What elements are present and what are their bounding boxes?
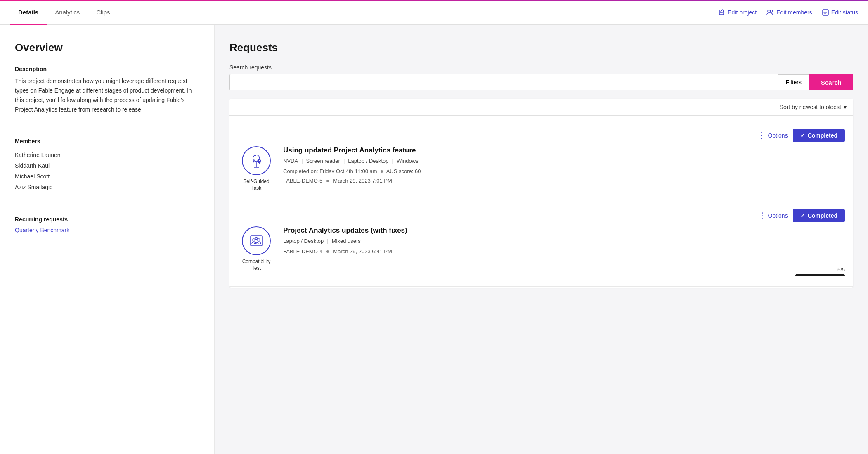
check-icon-1: ✓: [800, 212, 805, 219]
dot-2: [326, 250, 329, 253]
progress-label-1: 5/5: [837, 266, 845, 273]
tab-analytics[interactable]: Analytics: [47, 0, 88, 25]
compatibility-test-icon: [242, 226, 271, 255]
card-details-1: Project Analytics updates (with fixes) L…: [283, 226, 845, 254]
edit-status-button[interactable]: Edit status: [822, 9, 858, 16]
card-footer-0: FABLE-DEMO-5 March 29, 2023 7:01 PM: [283, 178, 845, 184]
progress-bar-1: [795, 274, 845, 276]
search-label: Search requests: [229, 64, 853, 71]
status-badge-1: ✓ Completed: [793, 209, 845, 222]
edit-project-icon: [719, 9, 725, 16]
description-label: Description: [15, 66, 199, 72]
progress-wrapper-1: 5/5: [795, 266, 845, 276]
svg-point-7: [253, 239, 255, 241]
card-tags-1: Laptop / Desktop | Mixed users: [283, 238, 845, 244]
member-3: Aziz Smailagic: [15, 182, 199, 193]
request-card-1: ⋮ Options ✓ Completed: [229, 201, 853, 287]
member-1: Siddarth Kaul: [15, 160, 199, 171]
self-guided-icon: [242, 146, 271, 175]
svg-rect-3: [823, 10, 828, 15]
card-top-row-0: ⋮ Options ✓ Completed: [238, 129, 845, 142]
member-2: Michael Scott: [15, 171, 199, 182]
dots-icon-1: ⋮: [758, 211, 766, 220]
card-meta-0: Completed on: Friday Oct 4th 11:00 am AU…: [283, 168, 845, 174]
edit-members-button[interactable]: Edit members: [766, 9, 812, 16]
svg-point-8: [258, 239, 260, 241]
search-button[interactable]: Search: [809, 74, 853, 90]
divider-1: [15, 126, 199, 126]
card-top-row-1: ⋮ Options ✓ Completed: [238, 209, 845, 222]
card-icon-block-1: CompatibilityTest: [238, 226, 275, 271]
edit-status-icon: [822, 9, 829, 16]
right-panel: Requests Search requests Filters Search …: [215, 25, 868, 454]
cards-container: Sort by newest to oldest ▾ ⋮ Options ✓ C…: [229, 99, 853, 288]
requests-title: Requests: [229, 41, 853, 54]
search-row: Filters Search: [229, 74, 853, 90]
card-title-1: Project Analytics updates (with fixes): [283, 226, 845, 235]
quarterly-benchmark-link[interactable]: Quarterly Benchmark: [15, 227, 69, 233]
dots-icon-0: ⋮: [758, 131, 766, 140]
edit-members-icon: [766, 9, 774, 16]
recurring-label: Recurring requests: [15, 216, 199, 223]
card-icon-block-0: Self-GuidedTask: [238, 146, 275, 191]
card-details-0: Using updated Project Analytics feature …: [283, 146, 845, 184]
svg-point-1: [768, 10, 770, 12]
member-0: Katherine Launen: [15, 150, 199, 160]
search-input-wrapper: Filters: [229, 74, 809, 90]
svg-point-2: [770, 10, 773, 12]
card-footer-1: FABLE-DEMO-4 March 29, 2023 6:41 PM: [283, 248, 845, 254]
options-button-1[interactable]: ⋮ Options: [758, 211, 788, 220]
sort-dropdown[interactable]: Sort by newest to oldest ▾: [780, 104, 847, 110]
svg-point-9: [255, 238, 258, 240]
nav-tabs: Details Analytics Clips: [10, 0, 118, 24]
top-nav: Details Analytics Clips Edit project Edi…: [0, 0, 868, 25]
status-badge-0: ✓ Completed: [793, 129, 845, 142]
progress-fill-1: [795, 274, 845, 276]
icon-label-0: Self-GuidedTask: [243, 178, 269, 191]
dot-1: [326, 180, 329, 182]
card-content-1: CompatibilityTest Project Analytics upda…: [238, 226, 845, 271]
options-button-0[interactable]: ⋮ Options: [758, 131, 788, 140]
icon-label-1: CompatibilityTest: [242, 259, 271, 271]
main-layout: Overview Description This project demons…: [0, 25, 868, 454]
tab-clips[interactable]: Clips: [88, 0, 118, 25]
tab-details[interactable]: Details: [10, 0, 47, 25]
chevron-down-icon: ▾: [844, 104, 847, 110]
left-panel: Overview Description This project demons…: [0, 25, 215, 454]
check-icon-0: ✓: [800, 132, 805, 139]
dot-0: [381, 170, 383, 173]
card-tags-0: NVDA | Screen reader | Laptop / Desktop …: [283, 158, 845, 164]
members-label: Members: [15, 138, 199, 145]
card-title-0: Using updated Project Analytics feature: [283, 146, 845, 155]
filters-button[interactable]: Filters: [778, 74, 809, 90]
request-card-0: ⋮ Options ✓ Completed: [229, 121, 853, 200]
description-text: This project demonstrates how you might …: [15, 76, 199, 114]
overview-title: Overview: [15, 41, 199, 54]
members-list: Katherine Launen Siddarth Kaul Michael S…: [15, 150, 199, 193]
sort-row: Sort by newest to oldest ▾: [229, 99, 853, 116]
nav-actions: Edit project Edit members Edit status: [719, 0, 858, 24]
edit-project-button[interactable]: Edit project: [719, 9, 757, 16]
card-content-0: Self-GuidedTask Using updated Project An…: [238, 146, 845, 191]
divider-2: [15, 204, 199, 204]
search-input[interactable]: [230, 74, 778, 90]
